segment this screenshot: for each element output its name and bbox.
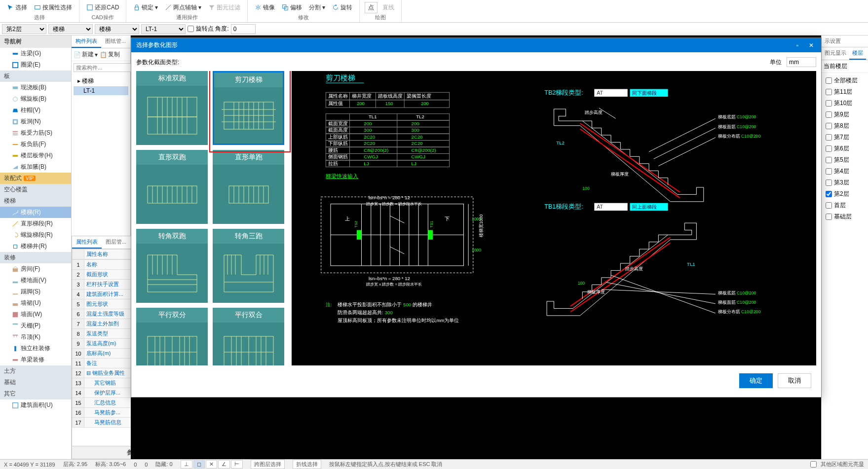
tree-item-banfujin[interactable]: 板负筋(F) (0, 139, 71, 150)
comp-tab-drawing[interactable]: 图纸管... (101, 36, 130, 48)
lock-button[interactable]: 锁定 ▾ (131, 2, 160, 13)
tree-item-qiangmian[interactable]: 墙面(W) (0, 309, 71, 320)
tree-item-loudimian[interactable]: 楼地面(V) (0, 275, 71, 286)
tree-item-tijiao[interactable]: 踢脚(S) (0, 286, 71, 297)
other-area-checkbox[interactable] (810, 461, 817, 468)
tree-item-xianban[interactable]: 现浇板(B) (0, 82, 71, 93)
floor-tab-floor[interactable]: 楼层 (849, 47, 866, 60)
comp-new-button[interactable]: 📄 新建 ▾ (74, 50, 98, 59)
tree-item-luoxuan[interactable]: 螺旋梯段(R) (0, 229, 71, 241)
status-snap-btn-4[interactable]: ∠ (218, 460, 230, 469)
floor-tab-element[interactable]: 图元显示 (822, 47, 849, 60)
rotate-checkbox[interactable] (188, 26, 194, 32)
ok-button[interactable]: 确定 (739, 373, 773, 388)
split-button[interactable]: 分割 ▾ (307, 2, 327, 13)
svg-text:踏步宽 x 踏步数 = 踏步段水平长: 踏步宽 x 踏步数 = 踏步段水平长 (366, 202, 422, 206)
tree-header-kongxin[interactable]: 空心楼盖 (0, 184, 71, 195)
point-button[interactable]: 点 (365, 2, 377, 13)
unit-input[interactable] (787, 57, 816, 67)
floor-item[interactable]: 第8层 (824, 120, 866, 132)
tree-item-qiangqun[interactable]: 墙裙(U) (0, 297, 71, 309)
select-button[interactable]: 选择 (5, 2, 29, 13)
prop-tab-layer[interactable]: 图层管... (102, 236, 130, 249)
tree-header-jichu[interactable]: 基础 (0, 377, 71, 388)
floor-item[interactable]: 第10层 (824, 98, 866, 109)
floor-item[interactable]: 第2层 (824, 188, 866, 200)
dialog-close-button[interactable]: ✕ (806, 41, 816, 49)
tree-item-danliang[interactable]: 单梁装修 (0, 354, 71, 365)
category-select-2[interactable]: 楼梯 (95, 24, 139, 34)
tree-item-ltjing[interactable]: 楼梯井(R) (0, 241, 71, 252)
tree-item-banshoulie[interactable]: 板受力筋(S) (0, 127, 71, 139)
status-snap-btn-3[interactable]: ✕ (206, 460, 217, 469)
template-card-6[interactable]: 平行双分 (136, 308, 208, 365)
tree-item-luoxuanban[interactable]: 螺旋板(B) (0, 93, 71, 105)
category-select-1[interactable]: 楼梯 (48, 24, 93, 34)
tree-item-zhumao[interactable]: 柱帽(V) (0, 105, 71, 116)
floor-select[interactable]: 第2层 (2, 24, 46, 34)
template-card-7[interactable]: 平行双合 (213, 308, 284, 365)
floor-item[interactable]: 基础层 (824, 211, 866, 222)
secondary-toolbar: 第2层 楼梯 楼梯 LT-1 旋转点 角度: (0, 23, 868, 36)
floor-item[interactable]: 第5层 (824, 154, 866, 166)
template-card-4[interactable]: 转角双跑 (136, 229, 208, 303)
status-snap-btn-5[interactable]: ⊢ (231, 460, 243, 469)
template-card-1[interactable]: 剪刀楼梯 (213, 71, 284, 145)
svg-rect-120 (326, 114, 449, 120)
floor-item[interactable]: 第6层 (824, 143, 866, 154)
floor-tab-display-settings[interactable]: 示设置 (822, 36, 844, 47)
floor-item[interactable]: 第9层 (824, 109, 866, 120)
template-card-3[interactable]: 直形单跑 (213, 150, 284, 224)
tree-header-lt[interactable]: 楼梯 (0, 195, 71, 207)
tree-item-lt-r[interactable]: 楼梯(R) (0, 207, 71, 218)
floor-all[interactable]: 全部楼层 (824, 75, 866, 86)
tree-header-qita[interactable]: 其它 (0, 388, 71, 399)
tree-item-tianpeng[interactable]: 天棚(P) (0, 320, 71, 331)
tree-item-diaoding[interactable]: 吊顶(K) (0, 331, 71, 343)
tree-item-fangjian[interactable]: 房间(F) (0, 263, 71, 275)
two-point-aux-button[interactable]: 两点辅轴 ▾ (163, 2, 203, 13)
status-snap-btn-1[interactable]: ⊥ (181, 460, 192, 469)
other-area-label: 其他区域图元亮显 (821, 461, 864, 468)
tree-item-quanliang[interactable]: 圈梁(E) (0, 59, 71, 71)
tree-item-loucengbandai[interactable]: 楼层板带(H) (0, 150, 71, 161)
restore-cad-button[interactable]: 还原CAD (84, 2, 121, 13)
mirror-button[interactable]: 镜像 (253, 2, 277, 13)
tree-item-lianliang[interactable]: 连梁(G) (0, 48, 71, 59)
cancel-button[interactable]: 取消 (778, 373, 811, 388)
tree-header-ban[interactable]: 板 (0, 71, 71, 82)
tree-item-jianzhumj[interactable]: 建筑面积(U) (0, 399, 71, 411)
floor-item[interactable]: 第7层 (824, 132, 866, 143)
tree-header-tufang[interactable]: 土方 (0, 365, 71, 377)
rotate-angle-input[interactable] (231, 24, 256, 34)
tree-item-banjiaxie[interactable]: 板加腋(B) (0, 161, 71, 173)
component-select[interactable]: LT-1 (141, 24, 186, 34)
rotate-button[interactable]: 旋转 (330, 2, 354, 13)
offset-button[interactable]: 偏移 (280, 2, 304, 13)
dialog-minimize-button[interactable]: ▫ (793, 41, 802, 49)
prop-tab-list[interactable]: 属性列表 (72, 236, 102, 249)
tree-item-dulizhu[interactable]: 独立柱装修 (0, 343, 71, 354)
polyline-select[interactable]: 折线选择 (293, 460, 321, 469)
svg-text:TB1梯段类型:: TB1梯段类型: (544, 203, 583, 210)
comp-tree-item[interactable]: LT-1 (74, 86, 128, 95)
floor-item[interactable]: 第4层 (824, 166, 866, 177)
floor-item[interactable]: 首层 (824, 200, 866, 211)
floor-item[interactable]: 第3层 (824, 177, 866, 188)
floor-item[interactable]: 第11层 (824, 86, 866, 98)
comp-tree-root[interactable]: ▸ 楼梯 (74, 76, 128, 86)
comp-tab-list[interactable]: 构件列表 (72, 36, 101, 48)
template-card-2[interactable]: 直形双跑 (136, 150, 208, 224)
comp-search-input[interactable] (74, 63, 132, 72)
template-card-0[interactable]: 标准双跑 (136, 71, 208, 145)
status-snap-btn-2[interactable]: ◻ (193, 460, 205, 469)
tree-item-bandong[interactable]: 板洞(N) (0, 116, 71, 127)
tree-item-zhixing[interactable]: 直形梯段(R) (0, 218, 71, 229)
cross-layer-select[interactable]: 跨图层选择 (251, 460, 285, 469)
svg-text:LJ: LJ (364, 161, 369, 166)
tree-header-zx[interactable]: 装修 (0, 252, 71, 263)
tree-header-zhuangpei[interactable]: 装配式 VIP (0, 173, 71, 184)
template-card-5[interactable]: 转角三跑 (213, 229, 284, 303)
comp-copy-button[interactable]: 📋 复制 (100, 50, 120, 59)
select-by-attr-button[interactable]: 按属性选择 (32, 2, 74, 13)
